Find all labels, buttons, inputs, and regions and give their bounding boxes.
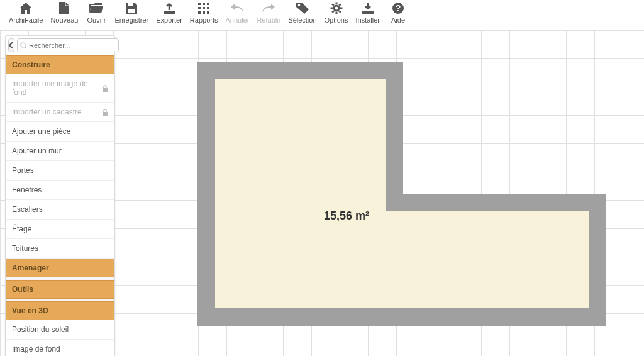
panel-item[interactable]: Image de fond [6, 340, 114, 356]
svg-rect-4 [207, 3, 209, 5]
svg-line-24 [25, 47, 26, 48]
svg-text:?: ? [396, 3, 401, 13]
options-label: Options [325, 16, 348, 24]
undo-icon [231, 1, 243, 15]
home-icon [19, 1, 32, 15]
home-label: ArchiFacile [9, 16, 43, 24]
help-label: Aide [391, 16, 405, 24]
svg-rect-5 [198, 7, 201, 9]
export-button[interactable]: Exporter [152, 1, 186, 24]
install-label: Installer [355, 16, 380, 24]
open-button[interactable]: Ouvrir [82, 1, 111, 24]
file-icon [59, 1, 69, 15]
panel-item: Importer une image de fond [6, 74, 114, 103]
redo-icon [262, 1, 275, 15]
panel-item-label: Toitures [12, 244, 38, 253]
svg-rect-26 [103, 112, 108, 116]
reports-label: Rapports [190, 16, 218, 24]
svg-rect-3 [203, 3, 205, 5]
grid-icon [198, 1, 209, 15]
redo-label: Rétablir [257, 16, 280, 24]
room-area-label: 15,56 m² [324, 209, 369, 223]
svg-rect-8 [198, 11, 201, 14]
folder-icon [89, 1, 103, 15]
new-button[interactable]: Nouveau [47, 1, 82, 24]
svg-point-23 [21, 43, 25, 47]
lock-icon [102, 85, 108, 92]
panel-item-label: Étage [12, 225, 31, 233]
search-field-wrap[interactable] [17, 38, 119, 52]
panel-item[interactable]: Étage [6, 220, 114, 239]
tag-icon [296, 1, 309, 15]
help-icon: ? [392, 1, 404, 15]
svg-point-11 [298, 4, 301, 6]
download-icon [362, 1, 374, 15]
panel-item-label: Image de fond [12, 345, 60, 353]
export-label: Exporter [156, 16, 182, 24]
side-panel: ConstruireImporter une image de fondImpo… [5, 35, 115, 356]
install-button[interactable]: Installer [352, 1, 384, 24]
search-icon [20, 42, 27, 49]
svg-rect-0 [128, 3, 133, 6]
gear-icon [330, 1, 343, 15]
panel-item[interactable]: Escaliers [6, 200, 114, 220]
svg-line-18 [332, 4, 333, 5]
panel-item-label: Fenêtres [12, 186, 42, 194]
panel-back-button[interactable] [8, 38, 14, 52]
svg-line-14 [339, 11, 340, 12]
svg-rect-25 [103, 88, 108, 92]
panel-item-label: Ajouter un mur [12, 147, 62, 155]
panel-item: Importer un cadastre [6, 103, 114, 122]
panel-item[interactable]: Fenêtres [6, 181, 114, 200]
undo-button: Annuler [221, 1, 253, 24]
section-header-construire[interactable]: Construire [6, 55, 114, 74]
panel-item[interactable]: Toitures [6, 239, 114, 259]
panel-item[interactable]: Position du soleil [6, 320, 114, 340]
panel-header [6, 36, 114, 55]
section-header-aménager[interactable]: Aménager [6, 259, 114, 277]
lock-icon [102, 109, 108, 116]
svg-rect-2 [198, 3, 201, 5]
select-label: Sélection [288, 16, 316, 24]
home-button[interactable]: ArchiFacile [5, 1, 47, 24]
help-button[interactable]: ? Aide [384, 1, 413, 24]
open-label: Ouvrir [87, 16, 106, 24]
undo-label: Annuler [225, 16, 249, 24]
svg-line-20 [339, 4, 340, 5]
panel-item-label: Importer une image de fond [12, 79, 102, 97]
reports-button[interactable]: Rapports [186, 1, 222, 24]
save-label: Enregistrer [114, 16, 148, 24]
svg-rect-9 [203, 11, 205, 14]
svg-rect-10 [207, 11, 209, 14]
svg-rect-7 [207, 7, 209, 9]
save-icon [126, 1, 137, 15]
panel-item-label: Position du soleil [12, 325, 69, 334]
top-toolbar: ArchiFacile Nouveau Ouvrir Enregistrer E… [0, 0, 644, 30]
export-icon [164, 1, 175, 15]
panel-item[interactable]: Ajouter un mur [6, 142, 114, 161]
redo-button: Rétablir [253, 1, 284, 24]
panel-item-label: Escaliers [12, 205, 43, 214]
svg-line-16 [332, 11, 333, 12]
section-header-outils[interactable]: Outils [6, 280, 114, 299]
panel-item[interactable]: Ajouter une pièce [6, 122, 114, 142]
panel-item-label: Portes [12, 166, 34, 175]
panel-item-label: Importer un cadastre [12, 108, 82, 116]
panel-item-label: Ajouter une pièce [12, 127, 70, 136]
section-header-vue-en-3d[interactable]: Vue en 3D [6, 301, 114, 320]
svg-point-12 [334, 6, 339, 11]
panel-item[interactable]: Portes [6, 161, 114, 181]
options-button[interactable]: Options [321, 1, 352, 24]
new-label: Nouveau [50, 16, 78, 24]
svg-rect-1 [128, 9, 135, 13]
workspace: 15,56 m² ConstruireImporter une image de… [0, 30, 644, 356]
select-button[interactable]: Sélection [284, 1, 320, 24]
svg-rect-6 [203, 7, 205, 9]
save-button[interactable]: Enregistrer [111, 1, 152, 24]
search-input[interactable] [29, 42, 116, 49]
